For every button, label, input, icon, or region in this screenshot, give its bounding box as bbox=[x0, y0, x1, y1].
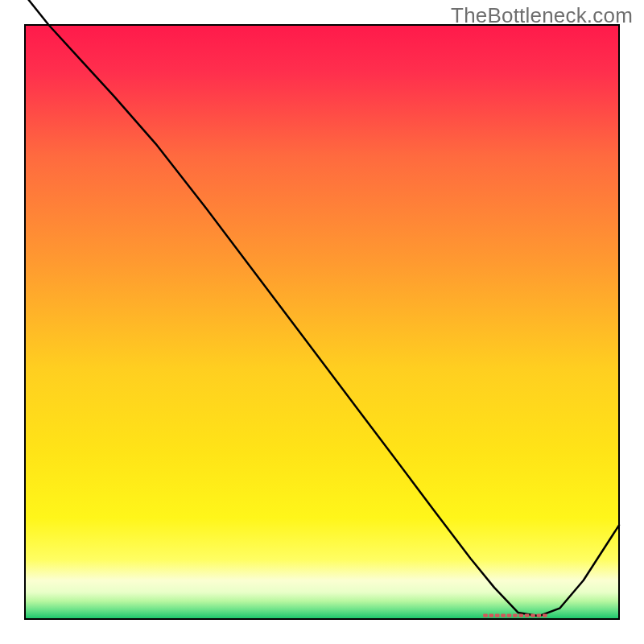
gradient-background bbox=[25, 25, 619, 619]
svg-rect-4 bbox=[507, 613, 512, 617]
svg-rect-5 bbox=[513, 613, 518, 617]
optimal-marker bbox=[483, 613, 547, 617]
svg-rect-0 bbox=[483, 613, 488, 617]
svg-rect-6 bbox=[518, 613, 523, 617]
svg-rect-3 bbox=[501, 613, 506, 617]
bottleneck-curve-chart bbox=[0, 0, 644, 644]
chart-container: TheBottleneck.com bbox=[0, 0, 644, 644]
plot-area bbox=[25, 0, 619, 619]
svg-rect-10 bbox=[543, 613, 547, 617]
svg-rect-2 bbox=[495, 613, 500, 617]
svg-rect-8 bbox=[530, 613, 535, 617]
watermark-text: TheBottleneck.com bbox=[451, 3, 633, 28]
svg-rect-7 bbox=[525, 613, 530, 617]
svg-rect-1 bbox=[489, 613, 494, 617]
svg-rect-9 bbox=[537, 613, 542, 617]
